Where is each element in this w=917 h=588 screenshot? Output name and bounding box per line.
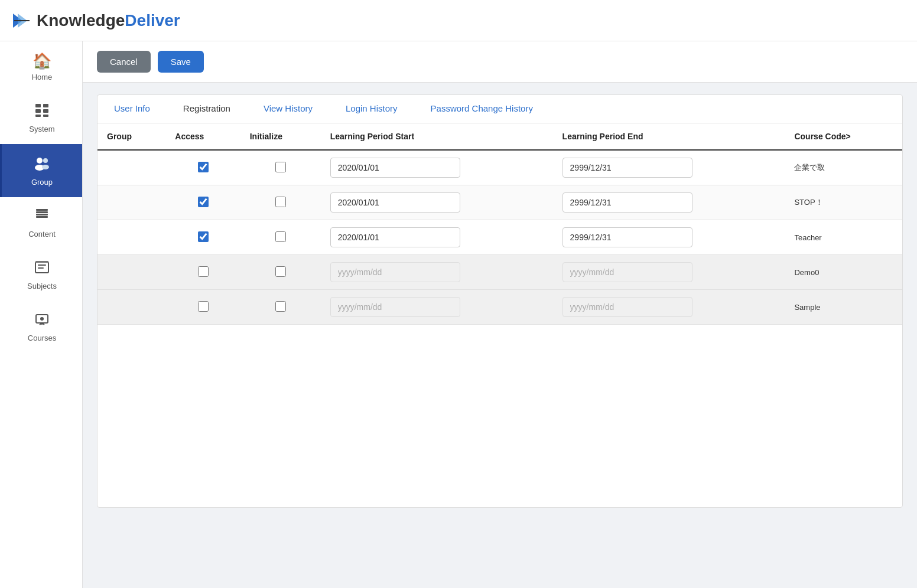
col-learning-period-start: Learning Period Start [321, 123, 553, 150]
sidebar-item-home[interactable]: 🏠 Home [0, 41, 82, 92]
access-checkbox[interactable] [198, 162, 209, 172]
app-logo: KnowledgeDeliver [12, 10, 180, 31]
cell-end-date[interactable] [553, 150, 785, 185]
cell-initialize[interactable] [240, 185, 321, 220]
cell-access[interactable] [165, 290, 240, 325]
toolbar: Cancel Save [83, 41, 917, 83]
sidebar-item-system[interactable]: System [0, 92, 82, 144]
cell-initialize[interactable] [240, 255, 321, 290]
svg-point-9 [37, 158, 43, 164]
cell-access[interactable] [165, 220, 240, 255]
table-row: Demo0 [97, 255, 902, 290]
save-button[interactable]: Save [158, 51, 204, 73]
sidebar-item-courses[interactable]: Courses [0, 301, 82, 353]
cell-access[interactable] [165, 255, 240, 290]
cell-course-code: STOP！ [785, 185, 902, 220]
cell-group [97, 150, 165, 185]
end-date-input[interactable] [562, 227, 692, 247]
svg-point-12 [42, 165, 49, 169]
initialize-checkbox[interactable] [275, 266, 286, 277]
cell-group [97, 185, 165, 220]
initialize-checkbox[interactable] [275, 197, 286, 207]
col-access: Access [165, 123, 240, 150]
sidebar-item-subjects[interactable]: Subjects [0, 249, 82, 301]
end-date-input[interactable] [562, 297, 692, 317]
tab-view-history[interactable]: View History [247, 95, 329, 123]
table-row: STOP！ [97, 185, 902, 220]
cell-start-date[interactable] [321, 185, 553, 220]
tab-user-info[interactable]: User Info [97, 95, 167, 123]
sidebar-item-group[interactable]: Group [0, 144, 82, 197]
cell-end-date[interactable] [553, 185, 785, 220]
body-layout: 🏠 Home System [0, 41, 917, 588]
cell-end-date[interactable] [553, 290, 785, 325]
group-icon [34, 155, 50, 175]
svg-rect-6 [43, 109, 48, 113]
courses-icon [34, 312, 50, 331]
access-checkbox[interactable] [198, 266, 209, 277]
sidebar-item-group-label: Group [31, 178, 53, 187]
initialize-checkbox[interactable] [275, 301, 286, 312]
access-checkbox[interactable] [198, 301, 209, 312]
svg-rect-8 [43, 115, 48, 117]
cell-course-code: Sample [785, 290, 902, 325]
cell-course-code: Teacher [785, 220, 902, 255]
tab-registration[interactable]: Registration [167, 95, 247, 123]
cell-group [97, 255, 165, 290]
tab-panel: User Info Registration View History Logi… [97, 94, 903, 508]
main-content: Cancel Save User Info Registration View … [83, 41, 917, 588]
table-row: Sample [97, 290, 902, 325]
cell-initialize[interactable] [240, 220, 321, 255]
cell-course-code: 企業で取 [785, 150, 902, 185]
sidebar-item-courses-label: Courses [28, 334, 56, 342]
col-group: Group [97, 123, 165, 150]
cell-start-date[interactable] [321, 255, 553, 290]
cell-initialize[interactable] [240, 290, 321, 325]
access-checkbox[interactable] [198, 197, 209, 207]
cell-group [97, 220, 165, 255]
svg-rect-4 [43, 104, 48, 107]
tab-password-change-history[interactable]: Password Change History [414, 95, 549, 123]
cell-start-date[interactable] [321, 150, 553, 185]
start-date-input[interactable] [330, 297, 460, 317]
end-date-input[interactable] [562, 262, 692, 282]
registration-table: Group Access Initialize Learning Period … [97, 123, 902, 325]
end-date-input[interactable] [562, 192, 692, 213]
svg-rect-16 [36, 209, 48, 211]
col-initialize: Initialize [240, 123, 321, 150]
start-date-input[interactable] [330, 262, 460, 282]
cell-access[interactable] [165, 185, 240, 220]
initialize-checkbox[interactable] [275, 162, 286, 172]
start-date-input[interactable] [330, 192, 460, 213]
start-date-input[interactable] [330, 158, 460, 178]
initialize-checkbox[interactable] [275, 231, 286, 242]
svg-rect-15 [36, 216, 48, 218]
end-date-input[interactable] [562, 158, 692, 178]
cell-start-date[interactable] [321, 220, 553, 255]
svg-rect-3 [35, 104, 41, 107]
table-row: 企業で取 [97, 150, 902, 185]
subjects-icon [34, 260, 50, 279]
col-learning-period-end: Learning Period End [553, 123, 785, 150]
access-checkbox[interactable] [198, 231, 209, 242]
tab-login-history[interactable]: Login History [329, 95, 414, 123]
content-icon [34, 208, 50, 227]
cell-initialize[interactable] [240, 150, 321, 185]
cell-end-date[interactable] [553, 220, 785, 255]
app-header: KnowledgeDeliver [0, 0, 917, 41]
home-icon: 🏠 [32, 52, 51, 70]
svg-rect-13 [36, 211, 48, 213]
cell-access[interactable] [165, 150, 240, 185]
start-date-input[interactable] [330, 227, 460, 247]
logo-icon [12, 10, 33, 31]
svg-rect-7 [35, 115, 41, 117]
table-header-row: Group Access Initialize Learning Period … [97, 123, 902, 150]
cancel-button[interactable]: Cancel [97, 51, 151, 73]
cell-group [97, 290, 165, 325]
cell-start-date[interactable] [321, 290, 553, 325]
table-body: 企業で取STOP！TeacherDemo0Sample [97, 150, 902, 325]
svg-rect-18 [38, 264, 46, 266]
logo-text: KnowledgeDeliver [37, 11, 180, 30]
sidebar-item-content[interactable]: Content [0, 197, 82, 249]
cell-end-date[interactable] [553, 255, 785, 290]
